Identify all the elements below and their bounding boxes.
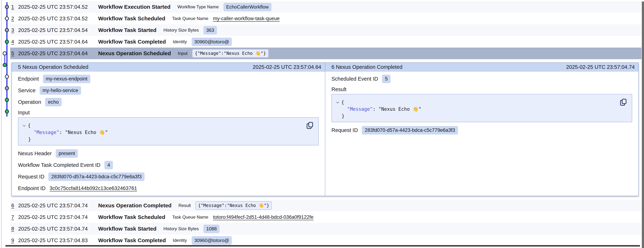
- event-rows-bottom: 6 2025-02-25 UTC 23:57:04.74 Nexus Opera…: [10, 200, 642, 246]
- task-queue-link[interactable]: totoro:f494fecf-2d51-4d48-bdcd-036a0f912…: [213, 215, 314, 220]
- detail-field-nexus-header: Nexus Header present: [18, 148, 319, 159]
- event-row-7[interactable]: 7 2025-02-25 UTC 23:57:04.74 Workflow Ta…: [10, 211, 642, 223]
- field-value-badge: present: [56, 149, 78, 158]
- event-detail-header: 5 Nexus Operation Scheduled 2025-02-25 U…: [12, 63, 325, 71]
- event-id-link[interactable]: 7: [11, 214, 18, 220]
- payload-chip: {"Message":"Nexus Echo 👋"}: [196, 201, 272, 210]
- field-value-badge: 283fd070-d57a-4423-bdca-c5c779e6a3f3: [48, 173, 144, 181]
- event-detail-title: 5 Nexus Operation Scheduled: [18, 64, 88, 70]
- event-id-link[interactable]: 1: [11, 4, 18, 10]
- event-detail-body: Scheduled Event ID 5 Result { "Message":…: [325, 71, 638, 196]
- field-label: Operation: [18, 99, 41, 105]
- event-timestamp: 2025-02-25 UTC 23:57:04.74: [18, 226, 98, 232]
- event-name: Workflow Task Scheduled: [98, 15, 165, 22]
- event-timestamp: 2025-02-25 UTC 23:57:04.83: [18, 238, 98, 244]
- field-label: Scheduled Event ID: [332, 76, 378, 82]
- copy-icon[interactable]: [306, 122, 313, 129]
- detail-field-endpoint: Endpoint my-nexus-endpoint: [18, 73, 319, 85]
- event-detail-header: 6 Nexus Operation Completed 2025-02-25 U…: [325, 63, 638, 71]
- event-attr-value-badge: EchoCallerWorkflow: [224, 3, 272, 11]
- timeline-event-dot[interactable]: [5, 75, 9, 78]
- field-label: Endpoint: [18, 76, 39, 82]
- task-queue-link[interactable]: my-caller-workflow-task-queue: [213, 16, 280, 21]
- event-attr-value-badge: 30960@totoro@: [192, 37, 232, 46]
- code-line: {: [336, 99, 627, 106]
- event-detail-panel-completed: 6 Nexus Operation Completed 2025-02-25 U…: [325, 63, 638, 196]
- field-label: Request ID: [332, 127, 358, 133]
- event-row-2[interactable]: 2 2025-02-25 UTC 23:57:04.52 Workflow Ta…: [10, 13, 642, 24]
- field-label: Endpoint ID: [18, 185, 46, 191]
- timeline-event-dot[interactable]: [5, 40, 9, 43]
- event-detail-timestamp: 2025-02-25 UTC 23:57:04.64: [253, 64, 321, 70]
- result-payload-viewer: { "Message": "Nexus Echo 👋" }: [332, 94, 632, 122]
- detail-field-wft-completed-event-id: Workflow Task Completed Event ID 4: [18, 159, 319, 171]
- event-row-1[interactable]: 1 2025-02-25 UTC 23:57:04.52 Workflow Ex…: [10, 1, 642, 13]
- chevron-down-icon[interactable]: [336, 99, 341, 106]
- event-attr-value-badge: 30960@totoro@: [192, 236, 232, 245]
- event-timestamp: 2025-02-25 UTC 23:57:04.52: [18, 4, 98, 10]
- event-id-link[interactable]: 9: [11, 238, 18, 243]
- event-row-9[interactable]: 9 2025-02-25 UTC 23:57:04.83 Workflow Ta…: [10, 235, 642, 246]
- event-timestamp: 2025-02-25 UTC 23:57:04.74: [18, 203, 98, 209]
- code-line: }: [336, 113, 627, 119]
- field-value-badge: echo: [45, 98, 62, 106]
- event-detail-group: 5 Nexus Operation Scheduled 2025-02-25 U…: [12, 62, 639, 196]
- event-name: Workflow Task Completed: [98, 237, 166, 244]
- timeline-event-dot[interactable]: [5, 28, 9, 32]
- timeline-event-dot[interactable]: [5, 5, 9, 9]
- event-row-4[interactable]: 4 2025-02-25 UTC 23:57:04.64 Workflow Ta…: [10, 36, 642, 47]
- timeline-event-dot[interactable]: [5, 110, 9, 113]
- timeline-event-dot[interactable]: [3, 63, 6, 67]
- field-label: Input: [18, 110, 30, 116]
- detail-field-input-label: Input: [18, 108, 319, 117]
- endpoint-id-link[interactable]: 3c0c75ccfa8144b092c13ce632463761: [50, 185, 137, 191]
- field-value-badge: 4: [104, 161, 113, 169]
- event-attr-label: Result: [178, 203, 191, 208]
- copy-icon[interactable]: [620, 98, 627, 106]
- json-key: "Message": [34, 130, 59, 135]
- detail-field-result-label: Result: [332, 85, 632, 94]
- chevron-down-icon[interactable]: [22, 122, 28, 129]
- event-row-5-selected[interactable]: 5 2025-02-25 UTC 23:57:04.64 Nexus Opera…: [10, 47, 642, 59]
- field-value-badge: 283fd070-d57a-4423-bdca-c5c779e6a3f3: [362, 126, 458, 135]
- event-attr-label: Task Queue Name: [172, 215, 208, 220]
- event-id-link[interactable]: 5: [11, 50, 18, 56]
- event-name: Workflow Task Started: [98, 226, 156, 232]
- timeline-event-dot[interactable]: [5, 98, 9, 102]
- event-id-link[interactable]: 4: [11, 39, 18, 45]
- event-row-3[interactable]: 3 2025-02-25 UTC 23:57:04.54 Workflow Ta…: [10, 24, 642, 36]
- field-label: Result: [332, 86, 346, 92]
- event-id-link[interactable]: 3: [11, 27, 18, 33]
- event-rows-top: 1 2025-02-25 UTC 23:57:04.52 Workflow Ex…: [10, 1, 642, 59]
- field-label: Service: [18, 87, 36, 93]
- event-name: Workflow Task Scheduled: [98, 214, 165, 220]
- field-label: Workflow Task Completed Event ID: [18, 162, 100, 168]
- event-attr-label: Task Queue Name: [172, 16, 208, 21]
- event-row-8[interactable]: 8 2025-02-25 UTC 23:57:04.74 Workflow Ta…: [10, 223, 642, 235]
- timeline-event-dot[interactable]: [3, 52, 6, 55]
- timeline-event-dot[interactable]: [5, 87, 9, 90]
- detail-field-request-id: Request ID 283fd070-d57a-4423-bdca-c5c77…: [18, 171, 319, 183]
- event-attr-value-badge: 363: [204, 26, 217, 34]
- detail-field-service: Service my-hello-service: [18, 85, 319, 96]
- timeline-event-dot[interactable]: [5, 17, 9, 20]
- horizontal-scrollbar-thumb[interactable]: [6, 245, 640, 247]
- event-row-6[interactable]: 6 2025-02-25 UTC 23:57:04.74 Nexus Opera…: [10, 200, 642, 211]
- event-attr-label: Identity: [173, 39, 187, 44]
- event-id-link[interactable]: 2: [11, 16, 18, 21]
- code-line: }: [22, 136, 314, 143]
- event-name: Nexus Operation Scheduled: [98, 50, 171, 56]
- detail-field-endpoint-id: Endpoint ID 3c0c75ccfa8144b092c13ce63246…: [18, 183, 319, 194]
- timeline-graph: [0, 0, 10, 123]
- event-attr-label: Input: [178, 51, 188, 56]
- event-name: Workflow Task Started: [98, 27, 156, 33]
- vertical-scrollbar-thumb[interactable]: [642, 1, 644, 248]
- event-name: Nexus Operation Completed: [98, 203, 172, 209]
- field-label: Nexus Header: [18, 151, 52, 157]
- event-detail-timestamp: 2025-02-25 UTC 23:57:04.74: [566, 64, 635, 70]
- field-label: Request ID: [18, 174, 44, 180]
- event-id-link[interactable]: 6: [11, 203, 18, 209]
- payload-chip: {"Message":"Nexus Echo 👋"}: [192, 49, 268, 57]
- event-id-link[interactable]: 8: [11, 226, 18, 232]
- event-history-table: 1 2025-02-25 UTC 23:57:04.52 Workflow Ex…: [10, 0, 642, 248]
